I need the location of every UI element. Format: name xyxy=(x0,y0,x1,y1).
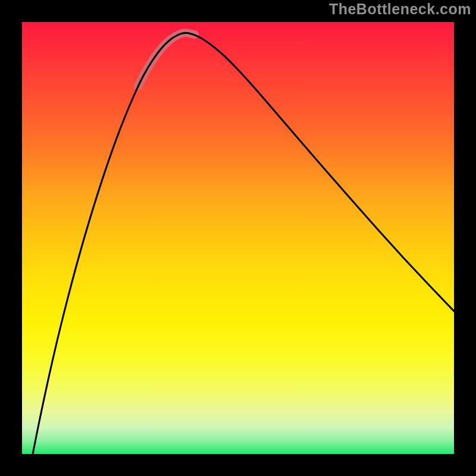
bottleneck-curve xyxy=(33,33,454,454)
chart-frame: TheBottleneck.com xyxy=(0,0,476,476)
watermark-text: TheBottleneck.com xyxy=(329,0,471,18)
curve-svg xyxy=(22,22,454,454)
curve-highlight xyxy=(138,33,195,86)
plot-area xyxy=(22,22,454,454)
